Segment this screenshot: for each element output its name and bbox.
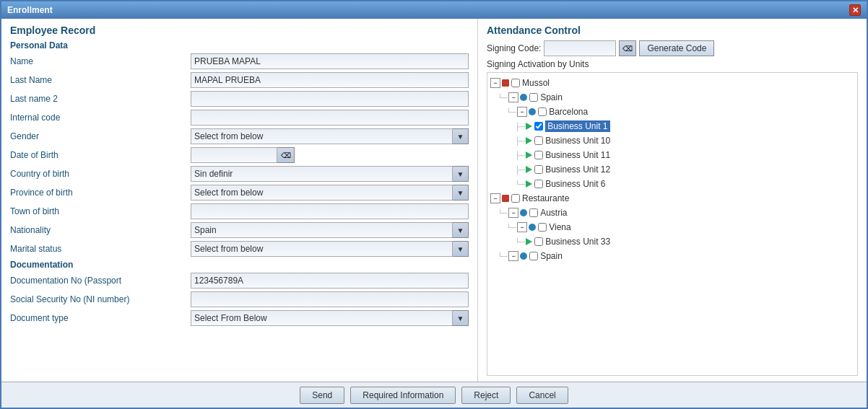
marital-dropdown-btn[interactable]: ▼ (453, 241, 469, 257)
tree-node-bu11: ├─ Business Unit 11 (490, 148, 854, 162)
tree-label-bu33: Business Unit 33 (545, 237, 610, 247)
left-panel: Employee Record Personal Data Name Last … (1, 19, 478, 382)
province-select[interactable]: Select from below (191, 185, 453, 201)
marital-row: Marital status Select from below ▼ (10, 241, 469, 257)
personal-data-title: Personal Data (10, 40, 469, 50)
signing-code-input[interactable] (544, 40, 616, 56)
tree-expand-spain2[interactable]: − (508, 251, 518, 261)
tree-expand-restaurante[interactable]: − (490, 193, 500, 203)
green-icon-bu12 (526, 166, 532, 173)
right-panel: Attendance Control Signing Code: ⌫ Gener… (478, 19, 867, 382)
tree-label-barcelona: Barcelona (549, 107, 588, 117)
gender-select-wrapper: Select from below ▼ (191, 128, 469, 144)
title-bar: Enrollment ✕ (1, 1, 867, 19)
nationality-dropdown-btn[interactable]: ▼ (453, 222, 469, 238)
dob-label: Date of Birth (10, 150, 191, 160)
tree-node-mussol: − Mussol (490, 76, 854, 90)
social-sec-input[interactable] (191, 291, 469, 307)
dob-wrapper: ⌫ (191, 147, 295, 163)
tree-lines-spain1: └─ (498, 94, 508, 102)
marital-select-wrapper: Select from below ▼ (191, 241, 469, 257)
tree-container[interactable]: − Mussol └─ − Spain └─ − (487, 72, 858, 376)
tree-lines-bu11: ├─ (515, 151, 525, 159)
doc-type-row: Document type Select From Below ▼ (10, 310, 469, 326)
checkbox-restaurante[interactable] (511, 194, 520, 203)
checkbox-bu33[interactable] (534, 237, 543, 246)
tree-node-bu12: ├─ Business Unit 12 (490, 162, 854, 177)
signing-clear-btn[interactable]: ⌫ (619, 40, 636, 56)
dob-row: Date of Birth ⌫ (10, 147, 469, 163)
red-icon-restaurante (502, 195, 509, 202)
doc-no-input[interactable] (191, 273, 469, 289)
green-icon-bu6 (526, 180, 532, 188)
tree-expand-spain1[interactable]: − (508, 92, 518, 102)
town-input[interactable] (191, 203, 469, 219)
dob-input[interactable] (191, 147, 277, 163)
province-label: Province of birth (10, 188, 191, 198)
tree-expand-barcelona[interactable]: − (517, 107, 527, 117)
tree-label-restaurante: Restaurante (522, 193, 569, 203)
nationality-row: Nationality Spain ▼ (10, 222, 469, 238)
last-name2-input[interactable] (191, 91, 469, 107)
checkbox-bu1[interactable] (534, 122, 543, 131)
enrollment-dialog: Enrollment ✕ Employee Record Personal Da… (0, 0, 868, 409)
green-icon-bu11 (526, 151, 532, 159)
checkbox-bu6[interactable] (534, 180, 543, 188)
country-select-wrapper: Sin definir ▼ (191, 166, 469, 182)
checkbox-bu11[interactable] (534, 151, 543, 159)
last-name-label: Last Name (10, 75, 191, 85)
checkbox-austria[interactable] (529, 208, 538, 217)
tree-expand-viena[interactable]: − (517, 222, 527, 232)
tree-node-restaurante: − Restaurante (490, 191, 854, 206)
tree-lines-bu12: ├─ (515, 166, 525, 174)
country-dropdown-btn[interactable]: ▼ (453, 166, 469, 182)
documentation-title: Documentation (10, 260, 469, 270)
tree-lines-bu1: ├─ (515, 123, 525, 131)
blue-icon-spain2 (520, 252, 527, 260)
marital-select[interactable]: Select from below (191, 241, 453, 257)
internal-code-input[interactable] (191, 110, 469, 126)
doc-type-dropdown-btn[interactable]: ▼ (453, 310, 469, 326)
cancel-button[interactable]: Cancel (516, 387, 568, 404)
tree-expand-mussol[interactable]: − (490, 78, 500, 88)
main-content: Employee Record Personal Data Name Last … (1, 19, 867, 382)
checkbox-bu12[interactable] (534, 165, 543, 174)
tree-label-mussol: Mussol (522, 78, 550, 88)
tree-lines-viena: └─ (506, 224, 516, 232)
activation-label: Signing Activation by Units (487, 59, 858, 69)
close-button[interactable]: ✕ (849, 4, 861, 16)
tree-node-austria: └─ − Austria (490, 206, 854, 220)
town-row: Town of birth (10, 203, 469, 219)
checkbox-bu10[interactable] (534, 136, 543, 145)
gender-row: Gender Select from below ▼ (10, 128, 469, 144)
tree-label-bu12: Business Unit 12 (545, 164, 610, 175)
tree-label-spain1: Spain (540, 92, 563, 102)
checkbox-mussol[interactable] (511, 79, 520, 87)
province-dropdown-btn[interactable]: ▼ (453, 185, 469, 201)
last-name-input[interactable] (191, 72, 469, 88)
checkbox-viena[interactable] (538, 223, 547, 232)
nationality-select[interactable]: Spain (191, 222, 453, 238)
tree-lines-spain2: └─ (498, 252, 508, 260)
gender-select[interactable]: Select from below (191, 128, 453, 144)
tree-lines-austria: └─ (498, 209, 508, 217)
name-input[interactable] (191, 53, 469, 69)
generate-code-button[interactable]: Generate Code (639, 40, 714, 56)
reject-button[interactable]: Reject (461, 387, 511, 404)
required-info-button[interactable]: Required Information (350, 387, 456, 404)
internal-code-label: Internal code (10, 113, 191, 123)
tree-label-bu1: Business Unit 1 (545, 120, 609, 132)
checkbox-spain2[interactable] (529, 252, 538, 260)
checkbox-barcelona[interactable] (538, 107, 547, 116)
nationality-select-wrapper: Spain ▼ (191, 222, 469, 238)
marital-label: Marital status (10, 244, 191, 254)
tree-expand-austria[interactable]: − (508, 208, 518, 218)
country-select[interactable]: Sin definir (191, 166, 453, 182)
doc-type-select[interactable]: Select From Below (191, 310, 453, 326)
blue-icon-spain1 (520, 94, 527, 101)
gender-dropdown-btn[interactable]: ▼ (453, 128, 469, 144)
checkbox-spain1[interactable] (529, 93, 538, 102)
tree-node-bu6: └─ Business Unit 6 (490, 177, 854, 191)
dob-clear-btn[interactable]: ⌫ (277, 147, 295, 163)
send-button[interactable]: Send (300, 387, 344, 404)
